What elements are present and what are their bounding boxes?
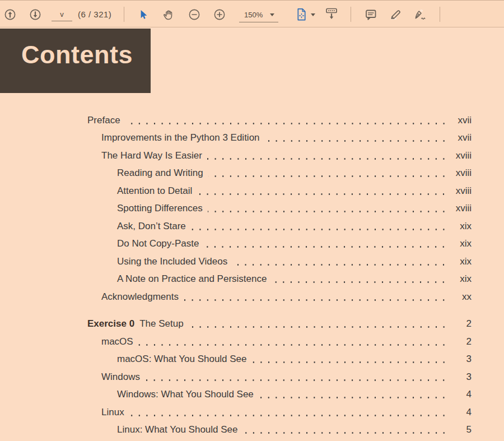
toc-dot-leader [272,271,449,289]
toc-entry-label: macOS [101,336,133,347]
toc-entry[interactable]: Windows: What You Should See 4 [87,386,472,404]
pdf-page: Contents Preface xvii Improvements in th… [0,27,504,441]
circle-arrow-up-icon [4,8,16,21]
highlight-button[interactable] [388,7,403,21]
toc-entry[interactable]: Acknowledgments xx [87,288,472,306]
toc-dot-leader [184,288,449,306]
toc-entry-page: xvii [451,115,472,126]
toc-entry-label: Preface [87,115,120,126]
toc-entry-page: xx [451,291,472,303]
toc-entry[interactable]: Linux 4 [87,403,472,421]
toc-entry-page: xix [451,221,472,232]
toc-dot-leader [265,129,449,147]
comment-button[interactable] [364,8,377,21]
toc-dot-leader [208,165,449,183]
hand-icon [162,8,175,21]
toc-entry-label: Improvements in the Python 3 Edition [101,132,260,143]
toc-entry-label: The Setup [139,318,183,329]
chapter-title-banner: Contents [0,29,151,93]
toc-entry-page: 5 [451,424,472,435]
toc-dot-leader [129,403,449,421]
toc-entry-label: Windows [101,372,140,383]
toc-entry-label: The Hard Way Is Easier [101,150,202,161]
zoom-out-button[interactable] [188,8,200,21]
toc-entry-page: xviii [451,203,472,214]
toc-entry-label: Attention to Detail [117,185,192,197]
toc-entry-page: 3 [451,354,472,365]
toc-dot-leader [189,315,449,333]
hand-tool-button[interactable] [162,8,175,21]
scroll-mode-button[interactable] [324,7,339,22]
fit-page-button[interactable] [295,7,315,22]
toc-dot-leader [138,333,449,351]
toc-entry[interactable]: Linux: What You Should See 5 [87,421,472,439]
circle-minus-icon [188,8,200,21]
fountain-pen-icon [413,7,428,21]
zoom-level-select[interactable]: 150% [239,7,278,22]
toc-entry-page: xviii [451,168,472,179]
circle-arrow-down-icon [29,8,41,21]
toc-entry-label: Using the Included Videos [117,256,227,267]
toc-entry-label: macOS: What You Should See [117,354,247,365]
chevron-down-icon [311,13,315,16]
toc-entry[interactable]: Using the Included Videos xix [87,253,472,271]
toc-entry[interactable]: Reading and Writing xviii [87,165,472,183]
toc-entry-page: xix [451,238,472,249]
toc-entry-page: 3 [451,372,472,383]
chevron-down-icon [270,13,278,16]
zoom-level-value: 150% [244,11,270,19]
zoom-in-button[interactable] [213,8,226,21]
toc-entry[interactable]: Exercise 0 The Setup 2 [87,315,472,333]
toc-entry-label: Linux [101,407,124,418]
toc-entry-page: xvii [451,132,472,143]
toc-entry[interactable]: Improvements in the Python 3 Edition xvi… [87,129,472,147]
toc-dot-leader [197,182,449,200]
toc-entry-label: Windows: What You Should See [117,389,254,400]
toc-entry[interactable]: Attention to Detail xviii [87,182,472,200]
toc-entry[interactable]: The Hard Way Is Easier xviii [87,147,472,165]
toc-dot-leader [207,147,449,165]
toc-dot-leader [204,235,449,253]
page-number-input[interactable] [52,8,72,21]
circle-plus-icon [213,8,226,21]
toc-entry-label: A Note on Practice and Persistence [117,273,267,285]
cursor-arrow-icon [137,8,149,21]
chapter-title: Contents [21,40,133,69]
pdf-viewer-window: (6 / 321) [0,0,504,441]
page-count-label: (6 / 321) [78,1,111,27]
toc-dot-leader [208,200,449,218]
toc-entry[interactable]: Do Not Copy-Paste xix [87,235,472,253]
page-up-button[interactable] [4,8,16,21]
toc-dot-leader [232,253,449,271]
toc-entry-number: Exercise 0 [87,318,134,329]
toc-entry-label: Do Not Copy-Paste [117,238,199,249]
toc-entry[interactable]: Ask, Don’t Stare xix [87,217,472,235]
toc-entry[interactable]: Windows 3 [87,368,472,386]
highlighter-icon [388,7,403,21]
toc-entry[interactable]: A Note on Practice and Persistence xix [87,271,472,289]
page-fit-spread-icon [295,7,309,22]
toc-entry-page: xviii [451,150,472,161]
toc-entry-page: xviii [451,185,472,197]
page-down-button[interactable] [29,8,41,21]
toc-entry[interactable]: Spotting Differences xviii [87,200,472,218]
toc-entry-page: 2 [451,336,472,347]
toc-dot-leader [243,421,449,439]
toc-dot-leader [125,112,449,129]
select-tool-button[interactable] [137,8,149,21]
toolbar-divider [440,7,440,22]
toc-entry-page: xix [451,256,472,267]
toc-entry-label: Spotting Differences [117,203,203,214]
toolbar: (6 / 321) [0,1,504,27]
toc-entry-page: xix [451,273,472,285]
continuous-scroll-icon [324,7,339,22]
toc-entry-label: Reading and Writing [117,168,203,179]
toc-entry-label: Linux: What You Should See [117,424,238,435]
toc-entry-page: 2 [451,318,472,329]
toc-entry[interactable]: macOS 2 [87,333,472,351]
toc-entry-page: 4 [451,389,472,400]
toc-entry[interactable]: Preface xvii [87,112,472,129]
toc-entry[interactable]: macOS: What You Should See 3 [87,351,472,369]
toc-entry-label: Acknowledgments [101,291,179,303]
signature-button[interactable] [413,7,428,21]
